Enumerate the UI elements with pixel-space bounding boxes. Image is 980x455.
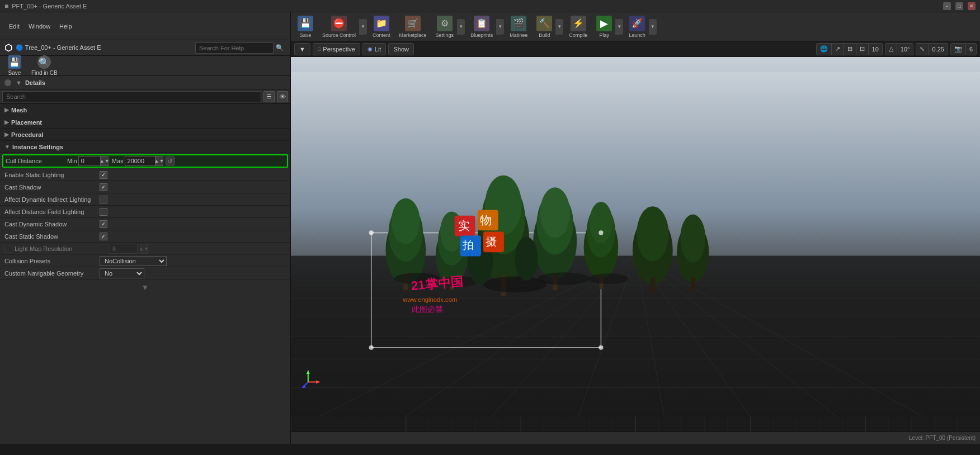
viewport-menu-btn[interactable]: ▼: [294, 43, 310, 55]
transform-surface-btn[interactable]: ⊞: [844, 43, 856, 55]
search-btn[interactable]: 🔍: [274, 44, 286, 51]
compile-icon: ⚡: [571, 16, 586, 31]
status-level-info: Level: PFT_00 (Persistent): [909, 435, 976, 441]
scene-svg: 21掌中国 www.enginodx.com 此图必禁 实 物 拍 摄: [291, 57, 980, 432]
affect-distance-field-checkbox[interactable]: [100, 208, 107, 216]
asset-path: 🔵 Tree_00+ - Generic Asset E: [16, 44, 101, 51]
toolbar-settings-button[interactable]: ⚙ Settings: [432, 14, 458, 40]
cast-static-shadow-row: Cast Static Shadow: [0, 230, 290, 243]
build-dropdown[interactable]: ▼: [555, 19, 563, 35]
svg-text:物: 物: [480, 214, 492, 226]
blueprints-dropdown[interactable]: ▼: [496, 19, 504, 35]
save-button[interactable]: 💾 Save: [4, 53, 25, 78]
cast-static-shadow-checkbox[interactable]: [100, 233, 107, 240]
section-procedural[interactable]: ▶ Procedural: [0, 129, 290, 141]
svg-point-72: [599, 230, 603, 235]
toolbar-compile-button[interactable]: ⚡ Compile: [566, 14, 591, 40]
affect-distance-field-row: Affect Distance Field Lighting: [0, 206, 290, 218]
section-placement[interactable]: ▶ Placement: [0, 116, 290, 129]
section-instance-settings-label: Instance Settings: [12, 144, 63, 150]
menu-edit[interactable]: Edit: [4, 22, 24, 31]
details-expand-arrow: ▼: [16, 79, 22, 86]
svg-text:拍: 拍: [462, 239, 474, 251]
section-mesh[interactable]: ▶ Mesh: [0, 104, 290, 116]
light-map-enabled-checkbox[interactable]: [4, 245, 12, 253]
svg-point-73: [369, 345, 374, 350]
left-panel: Edit Window Help ⬡ 🔵 Tree_00+ - Generic …: [0, 12, 291, 444]
cast-shadow-value: [100, 183, 286, 191]
source-control-label: Source Control: [322, 32, 356, 38]
transform-snap-btn[interactable]: ⊡: [856, 43, 869, 55]
transform-local-btn[interactable]: ↗: [832, 43, 844, 55]
collision-presets-value: NoCollision: [100, 256, 286, 266]
show-btn[interactable]: Show: [388, 43, 414, 55]
menu-help[interactable]: Help: [55, 22, 77, 31]
cull-min-input[interactable]: [78, 156, 101, 166]
search-area: 🔍: [195, 42, 286, 54]
cull-max-label: Max: [112, 158, 124, 164]
affect-dynamic-indirect-checkbox[interactable]: [100, 196, 107, 203]
launch-dropdown[interactable]: ▼: [649, 19, 657, 35]
settings-view-btn[interactable]: 👁: [277, 91, 288, 102]
cull-distance-label: Cull Distance: [6, 158, 67, 164]
minimize-button[interactable]: −: [943, 2, 951, 10]
enable-static-lighting-value: [100, 171, 286, 179]
scale-tool-group: ⤡ 0.25: [916, 43, 948, 55]
toolbar-source-control-button[interactable]: ⛔ Source Control: [319, 14, 359, 40]
transform-world-btn[interactable]: 🌐: [817, 43, 832, 55]
perspective-btn[interactable]: □ Perspective: [313, 43, 360, 55]
toolbar-blueprints-button[interactable]: 📋 Blueprints: [467, 14, 496, 40]
enable-static-lighting-checkbox[interactable]: [100, 171, 107, 179]
light-map-resolution-spin[interactable]: ▲▼: [140, 244, 148, 254]
toolbar-play-button[interactable]: ▶ Play: [593, 14, 615, 40]
cull-max-input[interactable]: [125, 156, 156, 166]
section-instance-settings[interactable]: ▼ Instance Settings: [0, 141, 290, 153]
collision-presets-label: Collision Presets: [4, 258, 100, 264]
lit-btn[interactable]: ◉ Lit: [362, 43, 387, 55]
menu-window[interactable]: Window: [24, 22, 55, 31]
cull-distance-row: Cull Distance Min ▲▼ Max ▲▼ ↺: [2, 154, 288, 168]
window-title: PFT_00+ - Generic Asset E: [12, 3, 87, 10]
toolbar-marketplace-button[interactable]: 🛒 Marketplace: [396, 14, 430, 40]
details-circle-icon: [4, 79, 11, 86]
cull-max-spin[interactable]: ▲▼: [156, 156, 163, 166]
custom-navigable-geometry-select[interactable]: No: [100, 268, 144, 278]
collision-presets-select[interactable]: NoCollision: [100, 256, 167, 266]
svg-point-74: [599, 345, 603, 350]
cast-shadow-checkbox[interactable]: [100, 183, 107, 191]
close-button[interactable]: ✕: [968, 2, 976, 10]
toolbar-build-button[interactable]: 🔨 Build: [533, 14, 555, 40]
svg-rect-50: [651, 278, 655, 294]
toolbar-content-button[interactable]: 📁 Content: [369, 14, 394, 40]
scale-snap-value: 0.25: [929, 43, 947, 55]
svg-point-40: [538, 272, 589, 285]
cast-dynamic-shadow-checkbox[interactable]: [100, 220, 107, 228]
cull-min-spin[interactable]: ▲▼: [101, 156, 109, 166]
viewport[interactable]: 21掌中国 www.enginodx.com 此图必禁 实 物 拍 摄: [291, 57, 980, 432]
details-search-input[interactable]: [2, 91, 261, 102]
maximize-button[interactable]: □: [955, 2, 963, 10]
light-map-resolution-input[interactable]: [110, 244, 138, 254]
play-dropdown[interactable]: ▼: [615, 19, 623, 35]
window-controls: − □ ✕: [943, 2, 976, 10]
details-search-bar: ☰ 👁: [0, 89, 290, 104]
play-label: Play: [599, 32, 609, 38]
settings-dropdown[interactable]: ▼: [457, 19, 465, 35]
source-control-dropdown[interactable]: ▼: [359, 19, 367, 35]
toolbar-matinee-button[interactable]: 🎬 Matinee: [506, 14, 531, 40]
light-map-resolution-value: ▲▼: [110, 244, 286, 254]
affect-dynamic-indirect-value: [100, 196, 286, 203]
properties-content: ▶ Mesh ▶ Placement ▶ Procedural ▼ Instan…: [0, 104, 290, 444]
toolbar-save-button[interactable]: 💾 Save: [294, 14, 317, 40]
find-in-cb-button[interactable]: 🔍 Find in CB: [28, 53, 61, 78]
svg-point-38: [540, 187, 570, 238]
cull-reset-btn[interactable]: ↺: [166, 157, 175, 165]
svg-point-43: [590, 202, 613, 243]
list-view-btn[interactable]: ☰: [263, 91, 275, 102]
blueprints-label: Blueprints: [470, 32, 493, 38]
content-label: Content: [373, 32, 390, 38]
cast-dynamic-shadow-value: [100, 220, 286, 228]
play-icon: ▶: [596, 16, 612, 31]
help-search-input[interactable]: [195, 42, 274, 54]
toolbar-launch-button[interactable]: 🚀 Launch: [625, 14, 649, 40]
